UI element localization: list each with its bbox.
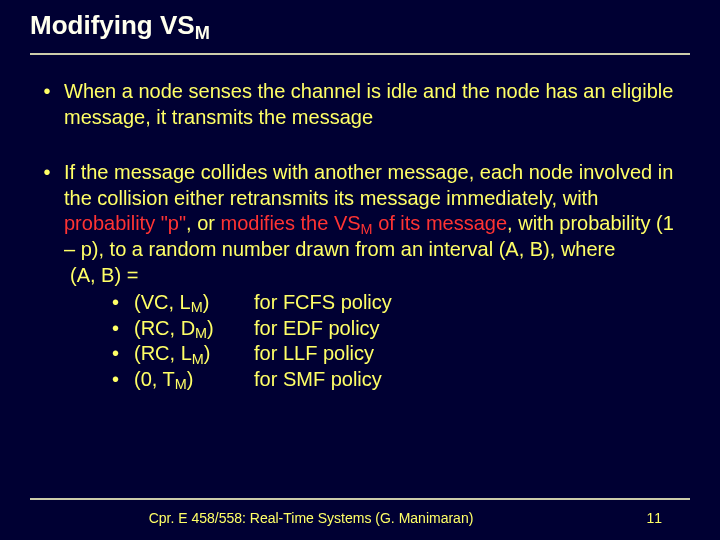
title-text: Modifying VS (30, 10, 195, 40)
b2-mod-sub: M (361, 221, 373, 237)
footer-line: Cpr. E 458/558: Real-Time Systems (G. Ma… (0, 510, 720, 526)
sub-bullet-glyph: • (112, 316, 134, 342)
bullet-item-1: • When a node senses the channel is idle… (30, 79, 690, 130)
policy-row: •(RC, LM) for LLF policy (112, 341, 690, 367)
policy-list: •(VC, LM)for FCFS policy•(RC, DM)for EDF… (112, 290, 690, 392)
ab-equals: (A, B) = (70, 263, 690, 289)
policy-pair: (0, TM) (134, 367, 254, 393)
sub-bullet-glyph: • (112, 341, 134, 367)
sub-bullet-glyph: • (112, 290, 134, 316)
policy-pair: (RC, LM) (134, 341, 254, 367)
policy-pair: (VC, LM) (134, 290, 254, 316)
bullet-item-2: • If the message collides with another m… (30, 160, 690, 288)
b2-probability-p: probability "p" (64, 212, 186, 234)
policy-row: •(0, TM)for SMF policy (112, 367, 690, 393)
b2-mod-text: modifies the VS (221, 212, 361, 234)
sub-bullet-glyph: • (112, 367, 134, 393)
slide-title: Modifying VSM (30, 10, 690, 41)
policy-pair: (RC, DM) (134, 316, 254, 342)
policy-for: for LLF policy (254, 341, 690, 367)
bullet-2-text: If the message collides with another mes… (64, 160, 690, 288)
policy-row: •(VC, LM)for FCFS policy (112, 290, 690, 316)
title-subscript: M (195, 23, 210, 43)
title-block: Modifying VSM (30, 10, 690, 49)
bullet-1-text: When a node senses the channel is idle a… (64, 79, 690, 130)
title-underline (30, 53, 690, 55)
policy-for: for EDF policy (254, 316, 690, 342)
bullet-glyph: • (30, 160, 64, 288)
content-area: • When a node senses the channel is idle… (30, 79, 690, 393)
footer-rule (30, 498, 690, 500)
b2-part1: If the message collides with another mes… (64, 161, 673, 209)
policy-for: for SMF policy (254, 367, 690, 393)
slide-body: Modifying VSM • When a node senses the c… (0, 0, 720, 393)
footer-text: Cpr. E 458/558: Real-Time Systems (G. Ma… (0, 510, 622, 526)
b2-mod-tail: of its message (373, 212, 508, 234)
slide-footer: Cpr. E 458/558: Real-Time Systems (G. Ma… (0, 498, 720, 526)
policy-for: for FCFS policy (254, 290, 690, 316)
bullet-glyph: • (30, 79, 64, 130)
b2-modifies: modifies the VSM of its message (221, 212, 508, 234)
policy-row: •(RC, DM)for EDF policy (112, 316, 690, 342)
b2-part2: , or (186, 212, 220, 234)
page-number: 11 (622, 510, 662, 526)
